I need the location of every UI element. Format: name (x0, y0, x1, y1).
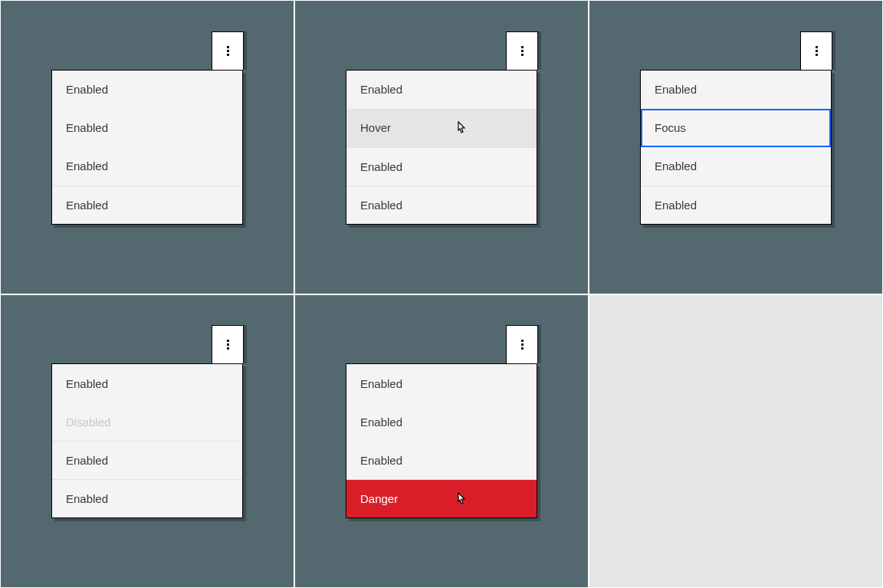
overflow-menu: Enabled Disabled Enabled Enabled (51, 363, 243, 518)
panel-default: Enabled Enabled Enabled Enabled (0, 0, 294, 294)
menu-item-label: Danger (360, 492, 398, 505)
menu-item-focus[interactable]: Focus (641, 109, 831, 147)
overflow-menu: Enabled Enabled Enabled Danger (346, 363, 537, 518)
overflow-menu-button[interactable] (800, 31, 832, 70)
pointer-cursor-icon (454, 120, 469, 136)
menu-wrapper: Enabled Hover Enabled Enabled (346, 70, 537, 225)
overflow-menu-button[interactable] (506, 31, 538, 70)
menu-item-enabled[interactable]: Enabled (52, 186, 242, 224)
panel-focus: Enabled Focus Enabled Enabled (589, 0, 883, 294)
menu-item-label: Hover (360, 121, 391, 134)
menu-item-disabled: Disabled (52, 402, 242, 441)
panel-disabled: Enabled Disabled Enabled Enabled (0, 294, 294, 589)
menu-item-enabled[interactable]: Enabled (346, 441, 537, 479)
menu-item-enabled[interactable]: Enabled (346, 147, 537, 186)
overflow-menu: Enabled Focus Enabled Enabled (640, 70, 832, 225)
panel-danger: Enabled Enabled Enabled Danger (294, 294, 589, 589)
menu-item-enabled[interactable]: Enabled (52, 71, 242, 109)
menu-item-enabled[interactable]: Enabled (641, 71, 831, 109)
overflow-menu-button[interactable] (506, 325, 538, 363)
menu-item-enabled[interactable]: Enabled (346, 364, 537, 402)
menu-wrapper: Enabled Enabled Enabled Enabled (51, 70, 243, 225)
overflow-icon (227, 340, 229, 350)
menu-item-enabled[interactable]: Enabled (346, 71, 537, 109)
menu-item-enabled[interactable]: Enabled (52, 109, 242, 147)
menu-item-enabled[interactable]: Enabled (52, 364, 242, 402)
menu-item-enabled[interactable]: Enabled (346, 186, 537, 224)
menu-wrapper: Enabled Enabled Enabled Danger (346, 363, 537, 518)
overflow-icon (816, 46, 818, 56)
menu-item-enabled[interactable]: Enabled (52, 479, 242, 517)
overflow-menu-button[interactable] (212, 31, 244, 70)
menu-item-danger[interactable]: Danger (346, 479, 537, 517)
menu-item-enabled[interactable]: Enabled (52, 147, 242, 186)
menu-item-hover[interactable]: Hover (346, 109, 537, 147)
overflow-icon (521, 340, 524, 350)
overflow-icon (521, 46, 524, 56)
panel-empty (589, 294, 883, 589)
menu-item-enabled[interactable]: Enabled (52, 441, 242, 479)
menu-item-enabled[interactable]: Enabled (346, 402, 537, 441)
overflow-menu: Enabled Hover Enabled Enabled (346, 70, 537, 225)
panel-hover: Enabled Hover Enabled Enabled (294, 0, 589, 294)
overflow-icon (227, 46, 229, 56)
menu-item-enabled[interactable]: Enabled (641, 147, 831, 186)
menu-wrapper: Enabled Focus Enabled Enabled (640, 70, 832, 225)
overflow-menu: Enabled Enabled Enabled Enabled (51, 70, 243, 225)
pointer-cursor-icon (454, 491, 469, 508)
menu-item-enabled[interactable]: Enabled (641, 186, 831, 224)
overflow-menu-button[interactable] (212, 325, 244, 363)
menu-wrapper: Enabled Disabled Enabled Enabled (51, 363, 243, 518)
